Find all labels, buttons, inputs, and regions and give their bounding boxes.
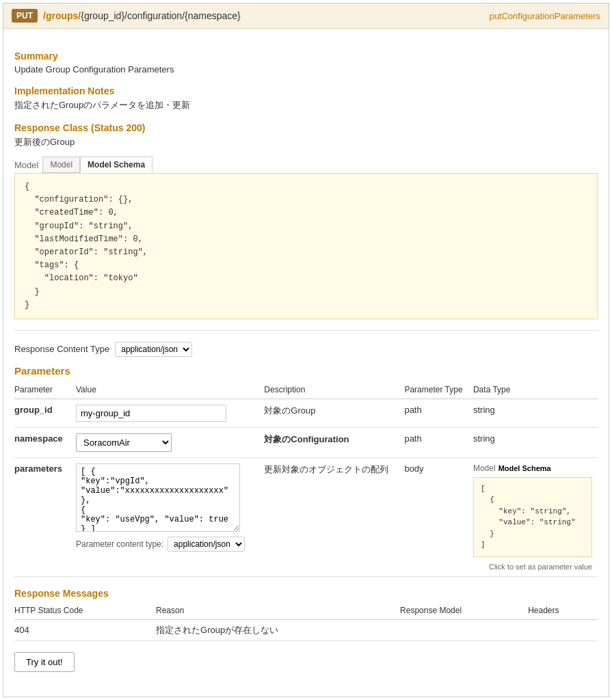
model-schema-inline: Model Model Schema [ { "key": "string", … (473, 463, 592, 571)
status-code-404: 404 (14, 619, 156, 641)
model-tabs-row: Model Model Model Schema (14, 157, 598, 173)
response-messages-table: HTTP Status Code Reason Response Model H… (14, 603, 598, 641)
model-label-inline: Model (473, 463, 496, 473)
param-desc-group-id: 対象のGroup (264, 399, 404, 427)
tab-model[interactable]: Model (42, 157, 80, 173)
response-class-title: Response Class (Status 200) (14, 122, 598, 133)
col-reason: Reason (156, 603, 400, 620)
col-data-type: Data Type (473, 382, 598, 399)
param-desc-namespace: 対象のConfiguration (264, 427, 404, 457)
param-name-parameters: parameters (14, 457, 76, 576)
param-value-namespace: SoracomAir (76, 427, 264, 457)
header-left: PUT /groups/{group_id}/configuration/{na… (12, 9, 241, 23)
param-value-group-id (76, 399, 264, 427)
endpoint-path: /groups/{group_id}/configuration/{namesp… (43, 10, 241, 21)
response-model-404 (400, 619, 528, 641)
content-area: Summary Update Group Configuration Param… (3, 29, 609, 683)
header-bar: PUT /groups/{group_id}/configuration/{na… (3, 3, 609, 29)
model-tabs-inline: Model Model Schema (473, 463, 592, 473)
operation-name: putConfigurationParameters (489, 11, 600, 21)
param-content-type-select[interactable]: application/json (168, 537, 245, 552)
tab-model-schema-inline[interactable]: Model Schema (498, 464, 551, 472)
col-headers: Headers (528, 603, 598, 620)
col-response-model: Response Model (400, 603, 528, 620)
table-row: 404 指定されたGroupが存在しない (14, 619, 598, 641)
response-content-row: Response Content Type application/json (14, 342, 598, 357)
parameters-textarea[interactable]: [ { "key":"vpgId", "value":"xxxxxxxxxxxx… (76, 463, 240, 532)
param-desc-namespace-bold: 対象のConfiguration (264, 434, 349, 444)
table-row: parameters [ { "key":"vpgId", "value":"x… (14, 457, 598, 576)
response-content-label: Response Content Type (14, 344, 109, 354)
summary-text: Update Group Configuration Parameters (14, 64, 598, 75)
data-type-namespace: string (473, 427, 598, 457)
param-value-parameters: [ { "key":"vpgId", "value":"xxxxxxxxxxxx… (76, 457, 264, 576)
parameters-title: Parameters (14, 365, 598, 377)
try-it-out-button[interactable]: Try it out! (14, 652, 75, 672)
method-badge: PUT (12, 9, 38, 23)
col-parameter: Parameter (14, 382, 76, 399)
param-name-namespace: namespace (14, 427, 76, 457)
param-type-parameters: body (404, 457, 473, 576)
click-hint: Click to set as parameter value (473, 563, 592, 571)
reason-404: 指定されたGroupが存在しない (156, 619, 400, 641)
col-value: Value (76, 382, 264, 399)
col-param-type: Parameter Type (404, 382, 473, 399)
model-area: Model Model Model Schema { "configuratio… (14, 157, 598, 319)
response-content-type-select[interactable]: application/json (115, 342, 192, 357)
endpoint-highlight: /groups/ (43, 10, 81, 21)
param-content-type-row: Parameter content type: application/json (76, 537, 258, 552)
implementation-notes-text: 指定されたGroupのパラメータを追加・更新 (14, 99, 598, 111)
table-row: group_id 対象のGroup path string (14, 399, 598, 427)
param-desc-parameters: 更新対象のオブジェクトの配列 (264, 457, 404, 576)
params-header-row: Parameter Value Description Parameter Ty… (14, 382, 598, 399)
tab-model-schema[interactable]: Model Schema (80, 157, 152, 173)
data-type-group-id: string (473, 399, 598, 427)
param-type-group-id: path (404, 399, 473, 427)
summary-title: Summary (14, 51, 598, 62)
response-messages-title: Response Messages (14, 588, 598, 599)
namespace-select[interactable]: SoracomAir (76, 433, 172, 452)
group-id-input[interactable] (76, 405, 226, 422)
table-row: namespace SoracomAir 対象のConfiguration pa… (14, 427, 598, 457)
divider-1 (14, 330, 598, 331)
headers-404 (528, 619, 598, 641)
response-header-row: HTTP Status Code Reason Response Model H… (14, 603, 598, 620)
col-status-code: HTTP Status Code (14, 603, 156, 620)
data-type-parameters: Model Model Schema [ { "key": "string", … (473, 457, 598, 576)
param-type-namespace: path (404, 427, 473, 457)
parameters-table: Parameter Value Description Parameter Ty… (14, 382, 598, 577)
endpoint-rest: {group_id}/configuration/{namespace} (81, 10, 241, 21)
param-name-group-id: group_id (14, 399, 76, 427)
col-description: Description (264, 382, 404, 399)
param-content-type-label: Parameter content type: (76, 539, 163, 549)
model-label: Model (14, 160, 38, 170)
response-class-text: 更新後のGroup (14, 136, 598, 148)
implementation-notes-title: Implementation Notes (14, 85, 598, 96)
schema-code-block: [ { "key": "string", "value": "string" }… (473, 477, 592, 557)
main-container: PUT /groups/{group_id}/configuration/{na… (3, 3, 609, 697)
model-code-block: { "configuration": {}, "createdTime": 0,… (14, 173, 598, 319)
